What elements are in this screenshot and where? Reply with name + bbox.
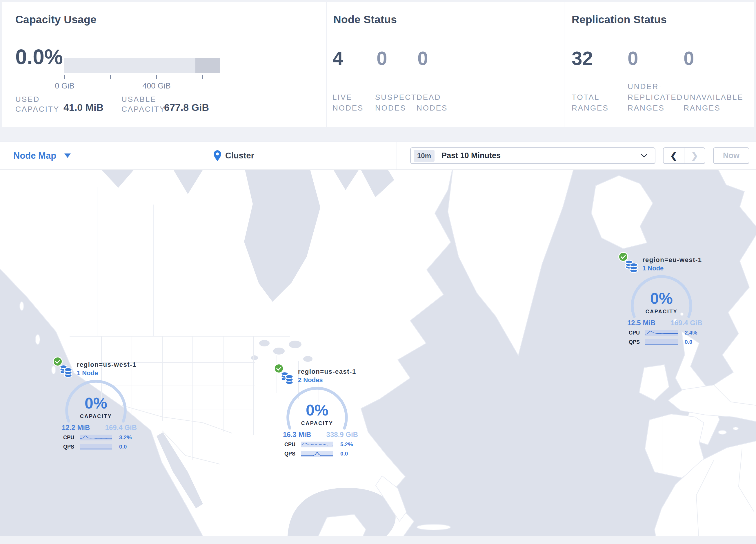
pacific-island [35, 335, 40, 345]
capacity-bar-tick [110, 75, 111, 79]
great-lake [259, 340, 270, 347]
capacity-percent: 0% [275, 401, 359, 419]
breadcrumb[interactable]: Cluster [214, 142, 254, 169]
database-icon [625, 259, 638, 273]
great-lake [251, 356, 258, 360]
qps-row: QPS 0.0 [284, 451, 360, 457]
time-controls-section: 10m Past 10 Minutes ❮ ❯ Now [397, 142, 756, 169]
great-lake [273, 348, 285, 355]
cpu-row: CPU 5.2% [284, 441, 360, 448]
qps-label: QPS [284, 451, 301, 457]
region-marker-us-east-1[interactable]: region=us-east-1 2 Nodes 0% CAPACITY 16.… [275, 363, 362, 460]
used-capacity-label: USED CAPACITY [15, 94, 59, 114]
usable-capacity: 169.4 GiB [105, 424, 137, 432]
region-label: region=us-east-1 [298, 368, 356, 376]
database-icon [281, 371, 294, 385]
qps-sparkline [645, 339, 678, 345]
time-prev-button[interactable]: ❮ [664, 148, 684, 163]
qps-row: QPS 0.0 [629, 339, 704, 345]
time-next-button[interactable]: ❯ [684, 148, 705, 163]
capacity-percent: 0% [619, 289, 704, 307]
cpu-label: CPU [629, 330, 645, 336]
node-count-link[interactable]: 1 Node [642, 264, 664, 272]
dead-nodes-label: DEAD NODES [417, 92, 448, 113]
live-nodes-label: LIVE NODES [332, 92, 364, 113]
qps-value: 0.0 [119, 444, 127, 450]
cuba [417, 524, 450, 530]
capacity-bar-tick [202, 75, 203, 79]
unavailable-ranges-label: UNAVAILABLE RANGES [684, 92, 744, 113]
cpu-value: 3.2% [119, 434, 132, 441]
unavailable-ranges-count: 0 [684, 47, 694, 69]
used-capacity: 12.2 MiB [62, 424, 90, 432]
usable-capacity: 338.9 GiB [326, 431, 358, 439]
capacity-bar-tick-label: 0 GiB [55, 81, 74, 90]
qps-row: QPS 0.0 [63, 444, 139, 450]
suspect-nodes-count: 0 [377, 47, 387, 69]
qps-label: QPS [63, 444, 80, 450]
region-marker-eu-west-1[interactable]: region=eu-west-1 1 Node 0% CAPACITY 12.5… [619, 251, 706, 348]
cpu-value: 2.4% [685, 330, 697, 336]
live-nodes-count: 4 [332, 47, 343, 69]
usable-capacity-label: USABLE CAPACITY [121, 94, 166, 114]
cpu-label: CPU [284, 442, 301, 448]
cpu-value: 5.2% [340, 441, 353, 448]
world-map [0, 170, 756, 536]
qps-value: 0.0 [340, 451, 348, 457]
suspect-nodes-label: SUSPECT NODES [375, 92, 417, 113]
balearic-island [718, 430, 726, 434]
breadcrumb-label: Cluster [225, 151, 254, 160]
cpu-row: CPU 2.4% [629, 330, 704, 336]
used-capacity-value: 41.0 MiB [63, 102, 103, 113]
cpu-sparkline [645, 330, 678, 336]
pacific-island [20, 302, 24, 311]
total-ranges-count: 32 [572, 47, 593, 69]
capacity-caption: CAPACITY [54, 414, 138, 420]
now-button[interactable]: Now [713, 147, 749, 164]
time-range-badge: 10m [414, 150, 435, 162]
database-icon [59, 364, 73, 378]
node-count-link[interactable]: 1 Node [77, 369, 98, 377]
capacity-usage-title: Capacity Usage [15, 14, 97, 26]
replication-status-panel: Replication Status 32 0 0 TOTAL RANGES U… [564, 2, 754, 127]
replication-status-title: Replication Status [572, 14, 667, 26]
cpu-sparkline [301, 442, 333, 447]
cpu-row: CPU 3.2% [63, 434, 139, 441]
great-lake [303, 356, 312, 362]
summary-stats-band: Capacity Usage 0.0% 0 GiB 400 GiB USED C… [2, 2, 754, 127]
time-range-label: Past 10 Minutes [441, 151, 501, 160]
caret-down-icon [64, 153, 71, 158]
capacity-percent: 0.0% [15, 45, 63, 69]
usable-capacity-value: 677.8 GiB [164, 102, 209, 113]
node-map[interactable]: region=us-west-1 1 Node 0% CAPACITY 12.2… [0, 170, 756, 536]
capacity-caption: CAPACITY [619, 309, 704, 315]
region-label: region=us-west-1 [77, 361, 137, 369]
capacity-bar-reserved-segment [195, 58, 220, 73]
total-ranges-label: TOTAL RANGES [572, 92, 609, 113]
capacity-caption: CAPACITY [275, 420, 359, 427]
balearic-island [733, 427, 738, 430]
capacity-bar-tick [64, 75, 65, 79]
time-range-dropdown[interactable]: 10m Past 10 Minutes [410, 147, 655, 164]
node-count-link[interactable]: 2 Nodes [298, 376, 323, 384]
time-nav-button-group: ❮ ❯ [663, 147, 705, 164]
capacity-usage-panel: Capacity Usage 0.0% 0 GiB 400 GiB USED C… [2, 2, 327, 127]
view-selector-dropdown[interactable]: Node Map [13, 142, 71, 169]
used-capacity: 12.5 MiB [627, 319, 655, 327]
dead-nodes-count: 0 [417, 47, 428, 69]
node-status-panel: Node Status 4 0 0 LIVE NODES SUSPECT NOD… [327, 2, 564, 127]
location-pin-icon [214, 150, 221, 161]
under-replicated-ranges-label: UNDER- REPLICATED RANGES [628, 81, 683, 113]
capacity-percent: 0% [54, 394, 138, 412]
chevron-down-icon [641, 154, 647, 157]
view-selector-label: Node Map [13, 150, 56, 161]
map-toolbar: Node Map Cluster 10m Past 10 Minutes ❮ ❯… [0, 141, 756, 170]
region-label: region=eu-west-1 [642, 256, 702, 264]
great-lake [289, 341, 301, 348]
usable-capacity: 169.4 GiB [671, 319, 702, 327]
capacity-bar: 0 GiB 400 GiB [64, 58, 220, 73]
qps-value: 0.0 [685, 339, 692, 345]
under-replicated-ranges-count: 0 [628, 47, 638, 69]
cpu-label: CPU [63, 435, 80, 441]
region-marker-us-west-1[interactable]: region=us-west-1 1 Node 0% CAPACITY 12.2… [54, 356, 141, 453]
